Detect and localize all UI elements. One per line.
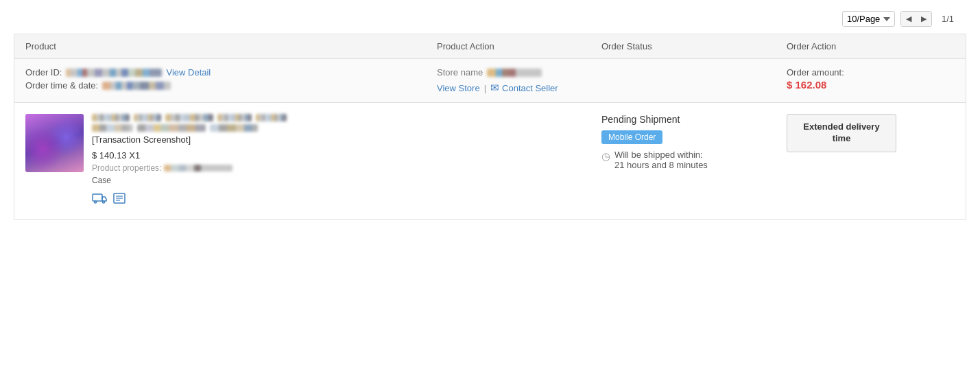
product-info: [Transaction Screenshot] $ 140.13 X1 Pro… xyxy=(92,114,437,208)
amount-cell: Order amount: $ 162.08 xyxy=(787,67,965,91)
per-page-select[interactable]: 10/Page 20/Page 50/Page xyxy=(842,11,895,27)
blurred-product-1 xyxy=(92,114,130,121)
product-image xyxy=(25,114,84,172)
product-props: Product properties: xyxy=(92,163,437,173)
order-meta-row: Order ID: View Detail Order time & date:… xyxy=(14,58,966,102)
product-screenshot-label: [Transaction Screenshot] xyxy=(92,134,437,145)
store-name-label: Store name xyxy=(437,67,483,78)
pagination-info: 1/1 xyxy=(937,14,958,24)
col-header-order-action: Order Action xyxy=(787,41,965,51)
order-id-cell: Order ID: View Detail Order time & date: xyxy=(25,67,437,91)
blurred-product-7 xyxy=(137,124,206,132)
blurred-product-2 xyxy=(134,114,161,121)
ship-time-label: Will be shipped within: xyxy=(614,150,703,160)
product-icons xyxy=(92,192,437,208)
store-name-row: Store name xyxy=(437,67,601,78)
extended-delivery-line2: time xyxy=(833,133,851,143)
svg-point-1 xyxy=(95,201,97,203)
product-props-label: Product properties: xyxy=(92,163,161,173)
extended-delivery-line1: Extended delivery xyxy=(803,121,879,132)
next-page-button[interactable]: ▶ xyxy=(916,12,931,26)
pagination-nav: ◀ ▶ xyxy=(900,11,932,27)
envelope-icon: ✉ xyxy=(490,82,499,94)
order-time-label: Order time & date: xyxy=(25,80,98,91)
order-id-value xyxy=(66,69,162,77)
order-time-line: Order time & date: xyxy=(25,80,437,91)
status-cell: Pending Shipment Mobile Order ◷ Will be … xyxy=(601,114,787,170)
view-store-link[interactable]: View Store xyxy=(437,83,480,93)
svg-point-2 xyxy=(103,201,105,203)
pending-label: Pending Shipment xyxy=(601,114,787,125)
blurred-product-3 xyxy=(165,114,213,121)
product-blurred-row-2 xyxy=(92,124,437,132)
contact-seller-label: Contact Seller xyxy=(502,83,558,93)
file-icon-button[interactable] xyxy=(112,192,126,208)
col-header-product-action: Product Action xyxy=(437,41,601,51)
ship-time: ◷ Will be shipped within: 21 hours and 8… xyxy=(601,150,787,170)
pagination-bar: 10/Page 20/Page 50/Page ◀ ▶ 1/1 xyxy=(14,7,966,34)
blurred-product-5 xyxy=(256,114,287,121)
store-actions: View Store | ✉ Contact Seller xyxy=(437,82,601,94)
table-header: Product Product Action Order Status Orde… xyxy=(14,34,966,58)
blurred-product-4 xyxy=(217,114,252,121)
mobile-order-badge: Mobile Order xyxy=(601,130,662,144)
view-detail-link[interactable]: View Detail xyxy=(166,67,211,78)
product-case-label: Case xyxy=(92,176,437,185)
delivery-icon-button[interactable] xyxy=(92,192,107,208)
col-header-order-status: Order Status xyxy=(601,41,787,51)
product-props-value xyxy=(164,165,232,172)
ship-time-text: Will be shipped within: 21 hours and 8 m… xyxy=(614,150,708,170)
product-row: [Transaction Screenshot] $ 140.13 X1 Pro… xyxy=(14,102,966,220)
clock-icon: ◷ xyxy=(601,150,610,163)
page-wrapper: 10/Page 20/Page 50/Page ◀ ▶ 1/1 Product … xyxy=(0,0,980,378)
order-id-line: Order ID: View Detail xyxy=(25,67,437,78)
amount-label: Order amount: xyxy=(787,67,965,78)
store-cell: Store name View Store | ✉ Contact Seller xyxy=(437,67,601,94)
product-image-inner xyxy=(25,114,84,172)
separator: | xyxy=(484,83,486,93)
product-price: $ 140.13 X1 xyxy=(92,150,437,161)
order-time-value xyxy=(102,82,171,90)
prev-page-button[interactable]: ◀ xyxy=(901,12,916,26)
blurred-product-6 xyxy=(92,124,133,132)
contact-seller-link[interactable]: ✉ Contact Seller xyxy=(490,82,558,94)
svg-rect-0 xyxy=(93,194,102,201)
order-id-label: Order ID: xyxy=(25,67,62,78)
store-name-value xyxy=(487,69,542,77)
blurred-product-8 xyxy=(210,124,258,132)
col-header-product: Product xyxy=(25,41,437,51)
product-col: [Transaction Screenshot] $ 140.13 X1 Pro… xyxy=(25,114,437,208)
action-cell: Extended delivery time xyxy=(787,114,965,152)
extended-delivery-button[interactable]: Extended delivery time xyxy=(787,114,896,152)
product-blurred-row-1 xyxy=(92,114,437,121)
amount-value: $ 162.08 xyxy=(787,79,965,91)
ship-time-value: 21 hours and 8 minutes xyxy=(614,160,708,170)
